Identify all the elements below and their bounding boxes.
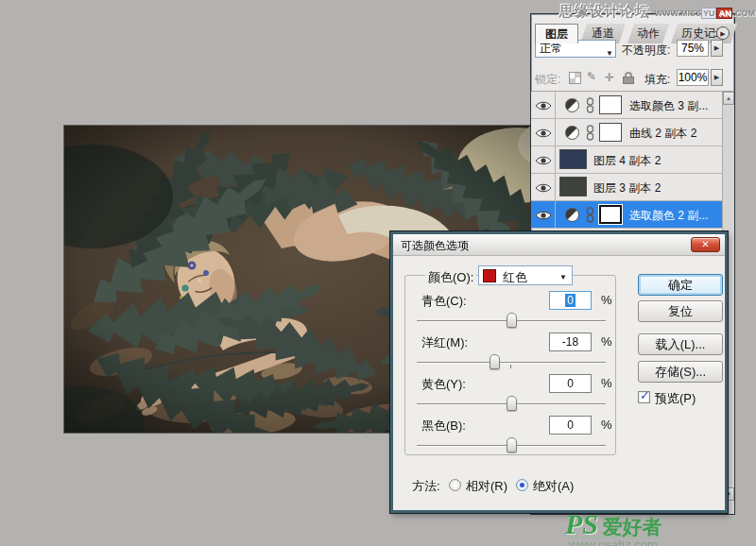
black-input[interactable]: 0 bbox=[549, 416, 592, 435]
tab-actions[interactable]: 动作 bbox=[627, 24, 669, 43]
watermark-psahz: PS 爱好者 www.psahz.com bbox=[565, 508, 662, 546]
ok-button[interactable]: 确定 bbox=[638, 274, 723, 296]
method-relative-label[interactable]: 相对(R) bbox=[466, 478, 507, 495]
layer-name[interactable]: 选取颜色 2 副... bbox=[629, 208, 708, 224]
yellow-slider-thumb[interactable] bbox=[507, 396, 517, 411]
color-label: 颜色(O): bbox=[425, 269, 476, 286]
method-relative-radio[interactable] bbox=[449, 479, 461, 491]
visibility-eye-icon[interactable] bbox=[531, 174, 556, 200]
fill-label: 填充: bbox=[644, 72, 670, 88]
selective-color-dialog: 可选颜色选项 ✕ 颜色(O): 红色 ▼ 青色(C): 0 % 洋红(M): -… bbox=[390, 231, 728, 513]
color-swatch bbox=[483, 269, 496, 282]
method-absolute-label[interactable]: 绝对(A) bbox=[533, 478, 574, 495]
layer-name[interactable]: 选取颜色 3 副... bbox=[629, 98, 708, 114]
lock-move-icon[interactable] bbox=[605, 72, 617, 84]
watermark-missyuan: 思缘设计论坛 WWW.MISSYUAN.COM bbox=[559, 3, 755, 21]
watermark-logo-text: 爱好者 bbox=[602, 516, 662, 538]
yellow-unit: % bbox=[601, 376, 612, 390]
magenta-unit: % bbox=[601, 334, 612, 349]
panel-menu-icon[interactable]: ▶ bbox=[716, 26, 730, 40]
watermark-site-name: 思缘设计论坛 bbox=[559, 3, 650, 19]
layer-row[interactable]: 曲线 2 副本 2 bbox=[531, 119, 724, 146]
black-unit: % bbox=[601, 418, 612, 432]
yellow-label: 黄色(Y): bbox=[421, 376, 466, 393]
preview-label[interactable]: 预览(P) bbox=[655, 390, 696, 407]
reset-button[interactable]: 复位 bbox=[638, 300, 723, 322]
visibility-eye-icon[interactable] bbox=[531, 119, 556, 145]
color-select[interactable]: 红色 ▼ bbox=[478, 265, 573, 285]
layer-row[interactable]: 图层 3 副本 2 bbox=[531, 174, 724, 201]
cyan-slider[interactable] bbox=[417, 320, 606, 322]
preview-checkbox[interactable]: ✓ bbox=[638, 391, 650, 403]
cyan-unit: % bbox=[601, 293, 612, 307]
fill-spinner[interactable]: ▶ bbox=[711, 69, 723, 86]
adjustment-layer-icon[interactable] bbox=[565, 208, 579, 222]
link-icon bbox=[586, 125, 594, 141]
layer-thumbnail[interactable] bbox=[559, 149, 587, 169]
cyan-input[interactable]: 0 bbox=[549, 291, 592, 310]
link-icon bbox=[586, 97, 594, 113]
lock-icons bbox=[569, 72, 635, 84]
layer-row[interactable]: 选取颜色 3 副... bbox=[531, 92, 724, 119]
cyan-label: 青色(C): bbox=[421, 293, 467, 310]
dialog-titlebar[interactable]: 可选颜色选项 bbox=[393, 234, 725, 256]
fill-value[interactable]: 100% bbox=[677, 69, 709, 86]
link-icon bbox=[586, 207, 594, 223]
opacity-spinner[interactable]: ▶ bbox=[711, 40, 723, 57]
dialog-title: 可选颜色选项 bbox=[401, 238, 469, 254]
layer-thumbnail[interactable] bbox=[559, 177, 587, 196]
close-icon[interactable]: ✕ bbox=[691, 237, 720, 252]
yellow-input[interactable]: 0 bbox=[549, 374, 592, 393]
lock-label: 锁定: bbox=[535, 72, 560, 88]
lock-transparency-icon[interactable] bbox=[569, 72, 581, 84]
cyan-slider-thumb[interactable] bbox=[507, 313, 517, 328]
layer-row[interactable]: 图层 4 副本 2 bbox=[531, 146, 724, 174]
color-select-value: 红色 bbox=[503, 269, 527, 286]
layer-mask-thumbnail[interactable] bbox=[599, 205, 622, 224]
watermark-url: WWW.MISSYUAN.COM bbox=[654, 8, 755, 19]
magenta-slider[interactable] bbox=[417, 362, 606, 364]
black-slider-thumb[interactable] bbox=[507, 437, 517, 452]
watermark-logo: PS bbox=[565, 508, 598, 539]
black-label: 黑色(B): bbox=[421, 418, 466, 435]
layer-name[interactable]: 图层 4 副本 2 bbox=[593, 153, 661, 169]
load-button[interactable]: 载入(L)... bbox=[638, 333, 723, 355]
layer-mask-thumbnail[interactable] bbox=[599, 95, 622, 114]
yellow-slider[interactable] bbox=[417, 403, 606, 405]
adjustment-layer-icon[interactable] bbox=[565, 126, 579, 140]
visibility-eye-icon[interactable] bbox=[531, 201, 556, 228]
method-absolute-radio[interactable] bbox=[516, 479, 528, 491]
magenta-slider-thumb[interactable] bbox=[490, 354, 500, 369]
opacity-label: 不透明度: bbox=[622, 43, 670, 59]
method-label: 方法: bbox=[412, 478, 440, 495]
tab-layers[interactable]: 图层 bbox=[535, 24, 578, 43]
layer-name[interactable]: 曲线 2 副本 2 bbox=[629, 126, 696, 142]
magenta-input[interactable]: -18 bbox=[549, 333, 592, 351]
lock-all-icon[interactable] bbox=[623, 72, 635, 84]
layers-list: 选取颜色 3 副... 曲线 2 副本 2 图层 4 副本 2 图层 3 副本 … bbox=[531, 92, 724, 229]
scroll-up-icon[interactable]: ▲ bbox=[723, 92, 734, 105]
opacity-value[interactable]: 75% bbox=[677, 40, 709, 57]
adjustment-layer-icon[interactable] bbox=[565, 98, 579, 112]
lock-paint-icon[interactable] bbox=[587, 72, 599, 84]
chevron-down-icon: ▼ bbox=[606, 45, 613, 61]
watermark-url: www.psahz.com bbox=[565, 537, 662, 546]
save-button[interactable]: 存储(S)... bbox=[638, 361, 723, 383]
layer-name[interactable]: 图层 3 副本 2 bbox=[593, 180, 661, 196]
layer-mask-thumbnail[interactable] bbox=[599, 123, 622, 142]
layer-row-selected[interactable]: 选取颜色 2 副... bbox=[531, 201, 724, 229]
visibility-eye-icon[interactable] bbox=[531, 146, 556, 173]
visibility-eye-icon[interactable] bbox=[531, 92, 556, 118]
magenta-label: 洋红(M): bbox=[421, 334, 468, 351]
chevron-down-icon: ▼ bbox=[559, 273, 567, 282]
black-slider[interactable] bbox=[417, 445, 606, 447]
